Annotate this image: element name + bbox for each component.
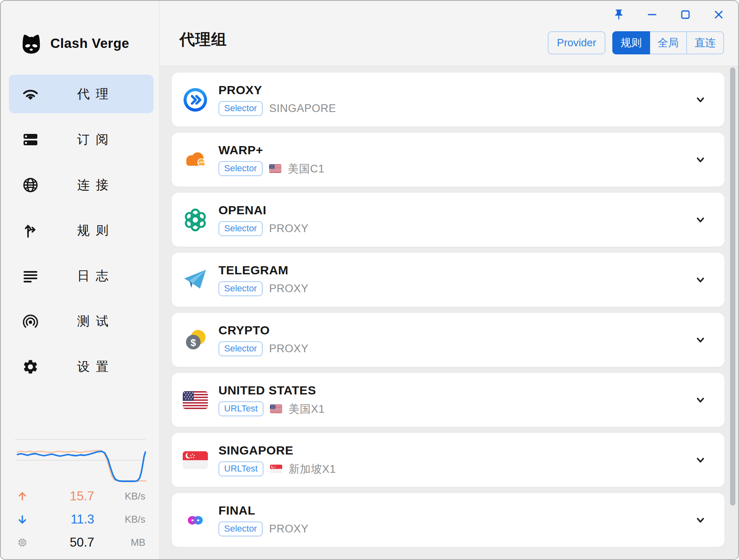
minimize-button[interactable] (646, 8, 659, 21)
settings-gear-icon (22, 358, 39, 375)
us-flag-icon (183, 388, 208, 413)
download-line (17, 451, 145, 481)
group-current-node: PROXY (269, 342, 309, 355)
mode-rule-button[interactable]: 规则 (612, 31, 650, 54)
openai-icon (183, 207, 208, 233)
clash-verge-cat-icon (19, 31, 44, 56)
chevron-down-icon[interactable] (694, 514, 707, 526)
group-current-node: 新加坡X1 (289, 462, 336, 476)
download-value: 11.3 (33, 508, 94, 531)
window-controls (612, 8, 725, 21)
close-icon (713, 9, 725, 21)
proxy-group-row-proxy[interactable]: PROXY Selector SINGAPORE (172, 73, 724, 127)
memory-value: 50.7 (33, 531, 94, 554)
sidebar-item-proxies[interactable]: 代理 (9, 75, 153, 113)
cloudflare-icon (183, 147, 208, 172)
sidebar-item-connections[interactable]: 连接 (9, 166, 153, 204)
infinity-icon (183, 508, 208, 533)
test-signal-icon (22, 313, 39, 330)
proxy-group-row-final[interactable]: FINAL Selector PROXY (172, 493, 724, 547)
sg-flag-icon (183, 448, 208, 473)
upload-arrow-icon (17, 485, 28, 508)
logs-icon (22, 267, 39, 284)
group-current-node: PROXY (269, 523, 309, 535)
group-name: PROXY (218, 83, 336, 97)
proxy-group-row-openai[interactable]: OPENAI Selector PROXY (172, 193, 724, 247)
mode-toggle-group: 规则 全局 直连 (612, 31, 724, 54)
group-type-badge: Selector (218, 161, 263, 177)
rules-fork-icon (22, 222, 39, 239)
pin-button[interactable] (612, 8, 625, 21)
group-name: CRYPTO (218, 323, 309, 337)
group-current-node: PROXY (269, 222, 309, 235)
maximize-icon (679, 9, 691, 21)
sidebar-item-tests[interactable]: 测试 (9, 302, 153, 340)
download-stat: 11.3 KB/s (1, 508, 159, 531)
sidebar-item-label: 日志 (77, 267, 115, 284)
telegram-icon (183, 267, 208, 293)
mode-direct-button[interactable]: 直连 (686, 31, 724, 54)
group-current-node: 美国C1 (288, 162, 325, 176)
provider-button[interactable]: Provider (548, 31, 605, 54)
group-name: OPENAI (218, 203, 309, 217)
flag-us-icon (270, 405, 282, 413)
flag-us-icon (269, 164, 281, 173)
minimize-icon (646, 9, 658, 21)
sidebar-item-label: 连接 (77, 177, 115, 194)
chevron-down-icon[interactable] (694, 274, 707, 286)
upload-unit: KB/s (102, 485, 145, 508)
chevron-down-icon[interactable] (694, 334, 707, 346)
upload-value: 15.7 (33, 485, 94, 508)
traffic-stats: 15.7 KB/s 11.3 KB/s 50.7 MB (1, 485, 159, 554)
proxy-group-row-united-states[interactable]: UNITED STATES URLTest 美国X1 (172, 373, 724, 427)
sidebar: Clash Verge 代理 订阅 连接 规则 日志 测试 设置 (1, 1, 160, 559)
memory-unit: MB (102, 531, 145, 554)
proxy-group-row-warp-[interactable]: WARP+ Selector 美国C1 (172, 133, 724, 187)
sidebar-item-label: 测试 (77, 313, 115, 330)
app-logo: Clash Verge (19, 31, 129, 56)
sidebar-item-settings[interactable]: 设置 (9, 347, 153, 386)
scrollbar-thumb[interactable] (730, 67, 735, 506)
group-current-node: 美国X1 (289, 402, 325, 416)
proxy-group-list: PROXY Selector SINGAPORE WARP+ Selector … (160, 66, 738, 559)
app-title: Clash Verge (50, 36, 129, 51)
sidebar-item-rules[interactable]: 规则 (9, 211, 153, 250)
sidebar-item-logs[interactable]: 日志 (9, 256, 153, 295)
group-type-badge: Selector (218, 221, 263, 237)
proxy-group-row-telegram[interactable]: TELEGRAM Selector PROXY (172, 253, 724, 307)
main-area: 代理组 Provider 规则 全局 直连 PROXY Selector SIN… (160, 1, 738, 559)
group-name: TELEGRAM (218, 263, 309, 277)
traffic-graph (1, 427, 159, 486)
flag-sg-icon (270, 465, 282, 473)
chevron-down-icon[interactable] (694, 154, 707, 166)
download-unit: KB/s (102, 508, 145, 531)
maximize-button[interactable] (679, 8, 692, 21)
pin-icon (613, 9, 625, 21)
close-button[interactable] (712, 8, 725, 21)
chevron-down-icon[interactable] (694, 94, 707, 106)
page-title: 代理组 (179, 29, 227, 50)
subscription-icon (22, 131, 39, 148)
proxy-group-row-singapore[interactable]: SINGAPORE URLTest 新加坡X1 (172, 433, 724, 487)
group-current-node: SINGAPORE (269, 102, 336, 115)
sidebar-item-profiles[interactable]: 订阅 (9, 120, 153, 159)
upload-stat: 15.7 KB/s (1, 485, 159, 508)
sidebar-item-label: 代理 (77, 86, 115, 103)
group-name: SINGAPORE (218, 444, 336, 457)
group-name: FINAL (218, 504, 309, 517)
proxy-icon (183, 87, 208, 112)
wifi-icon (22, 86, 39, 103)
chevron-down-icon[interactable] (694, 454, 707, 466)
proxy-group-row-crypto[interactable]: $ CRYPTO Selector PROXY (172, 313, 724, 367)
group-type-badge: Selector (218, 521, 263, 537)
memory-stat: 50.7 MB (1, 531, 159, 554)
mode-global-button[interactable]: 全局 (649, 31, 687, 54)
svg-text:$: $ (190, 337, 196, 348)
globe-icon (22, 177, 39, 194)
group-type-badge: Selector (218, 281, 263, 297)
crypto-coins-icon: $ (183, 327, 208, 353)
group-type-badge: URLTest (218, 461, 264, 477)
chevron-down-icon[interactable] (694, 394, 707, 406)
chevron-down-icon[interactable] (694, 214, 707, 226)
group-type-badge: Selector (218, 341, 263, 357)
